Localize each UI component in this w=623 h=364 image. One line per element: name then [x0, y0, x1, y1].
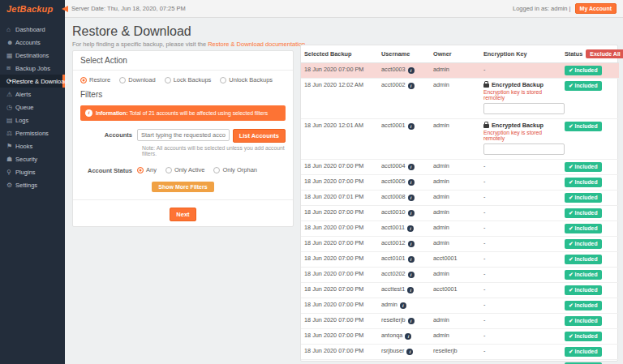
sidebar-item-logs[interactable]: ▤Logs — [0, 113, 65, 126]
cell-username: acct0008i — [378, 191, 430, 206]
cell-owner: admin — [430, 237, 480, 252]
included-badge[interactable]: ✔ Included — [565, 193, 602, 203]
cell-owner: admin — [430, 191, 480, 206]
info-icon[interactable]: i — [407, 225, 414, 232]
table-row: 18 Jun 2020 07:00 PMacct0202iadmin-✔ Inc… — [301, 268, 619, 283]
encryption-key-input[interactable] — [483, 143, 565, 155]
sidebar-item-destinations[interactable]: ▦Destinations — [0, 49, 65, 62]
cell-encryption-key: - — [480, 360, 561, 364]
cell-status: ✔ Included — [561, 79, 619, 119]
info-icon[interactable]: i — [408, 67, 415, 74]
table-row: 18 Jun 2020 07:00 PMacct0003iadmin-✔ Inc… — [301, 63, 619, 79]
included-badge[interactable]: ✔ Included — [565, 301, 602, 310]
exclude-all-button[interactable]: Exclude All — [586, 49, 623, 58]
list-accounts-button[interactable]: List Accounts — [233, 129, 286, 143]
cell-username: spoohar2i — [378, 360, 430, 364]
included-badge[interactable]: ✔ Included — [565, 208, 602, 218]
sidebar-item-settings[interactable]: ⚙Settings — [0, 178, 65, 191]
show-more-filters-button[interactable]: Show More Filters — [152, 182, 213, 192]
lock-icon — [483, 124, 489, 128]
status-radio-only-orphan[interactable]: Only Orphan — [213, 166, 257, 173]
info-icon[interactable]: i — [405, 333, 411, 340]
plugins-icon: ⚲ — [6, 169, 15, 176]
sidebar-item-backup-jobs[interactable]: ⧈Backup Jobs — [0, 62, 65, 75]
my-account-button[interactable]: My Account — [575, 3, 617, 14]
table-row: 18 Jun 2020 07:00 PMacct0010iadmin-✔ Inc… — [301, 206, 619, 221]
cell-selected-backup: 18 Jun 2020 07:00 PM — [301, 268, 378, 283]
included-badge[interactable]: ✔ Included — [565, 270, 602, 280]
included-badge[interactable]: ✔ Included — [565, 162, 602, 172]
included-badge[interactable]: ✔ Included — [565, 285, 602, 295]
sidebar-item-hooks[interactable]: ⚑Hooks — [0, 139, 65, 152]
subtitle-text: For help finding a specific backup, plea… — [72, 41, 208, 48]
included-badge[interactable]: ✔ Included — [565, 122, 602, 131]
cell-selected-backup: 18 Jun 2020 07:00 PM — [301, 206, 378, 221]
info-icon[interactable]: i — [408, 195, 415, 201]
info-icon[interactable]: i — [408, 164, 415, 170]
encrypted-backup-label: Encrypted Backup — [483, 81, 558, 88]
sidebar-item-permissions[interactable]: ⚖Permissions — [0, 126, 65, 139]
table-row: 18 Jun 2020 07:00 PMacct0101iacct0001-✔ … — [301, 252, 619, 268]
info-icon[interactable]: i — [408, 123, 415, 130]
sidebar-item-label: Backup Jobs — [15, 65, 50, 72]
cell-status: ✔ Included — [561, 268, 619, 283]
action-radio-restore[interactable]: Restore — [80, 76, 110, 84]
action-radio-unlock-backups[interactable]: Unlock Backups — [220, 76, 273, 84]
included-badge[interactable]: ✔ Included — [565, 332, 602, 341]
status-radio-any[interactable]: Any — [137, 166, 157, 173]
radio-label: Download — [128, 76, 155, 84]
cell-username: acct0012i — [378, 237, 430, 252]
sidebar-item-plugins[interactable]: ⚲Plugins — [0, 165, 65, 178]
included-badge[interactable]: ✔ Included — [565, 224, 602, 233]
included-badge[interactable]: ✔ Included — [565, 81, 602, 91]
sidebar-item-accounts[interactable]: ☻Accounts — [0, 36, 65, 49]
sidebar-item-label: Hooks — [15, 143, 32, 150]
sidebar-item-queue[interactable]: ◷Queue — [0, 101, 65, 113]
info-icon[interactable]: i — [400, 302, 406, 309]
cell-username: admini — [378, 298, 430, 314]
info-icon[interactable]: i — [408, 318, 415, 324]
sidebar-item-alerts[interactable]: ⚠Alerts — [0, 88, 65, 101]
status-radio-only-active[interactable]: Only Active — [165, 166, 205, 173]
next-button[interactable]: Next — [170, 208, 195, 221]
sidebar-item-security[interactable]: ☗Security — [0, 152, 65, 165]
accounts-input[interactable] — [137, 129, 230, 141]
info-icon[interactable]: i — [407, 287, 414, 293]
info-icon[interactable]: i — [408, 179, 415, 186]
sidebar-item-restore-download[interactable]: ⟳Restore & Download — [0, 75, 65, 88]
included-badge[interactable]: ✔ Included — [565, 347, 602, 357]
cell-owner: admin — [430, 329, 480, 345]
action-radio-lock-backups[interactable]: Lock Backups — [165, 76, 212, 84]
included-badge[interactable]: ✔ Included — [565, 178, 602, 187]
radio-label: Any — [146, 166, 157, 173]
encrypted-backup-text: Encrypted Backup — [492, 81, 544, 88]
info-icon[interactable]: i — [408, 83, 415, 89]
select-action-panel: Select Action RestoreDownloadLock Backup… — [72, 50, 294, 227]
info-icon[interactable]: i — [406, 349, 413, 355]
included-badge[interactable]: ✔ Included — [565, 255, 602, 264]
permissions-icon: ⚖ — [6, 130, 15, 137]
info-icon[interactable]: i — [408, 241, 415, 247]
table-row: 18 Jun 2020 12:01 AMacct0001iadminEncryp… — [301, 119, 619, 160]
hooks-icon: ⚑ — [6, 143, 15, 150]
table-header-row: Selected Backup Username Owner Encryptio… — [301, 45, 619, 63]
table-row: 18 Jun 2020 07:00 PMspoohar2iadmin-✔ Inc… — [301, 360, 619, 364]
accounts-label: Accounts — [80, 129, 137, 139]
cell-owner: acct0001 — [430, 283, 480, 298]
cell-selected-backup: 18 Jun 2020 07:00 PM — [301, 283, 378, 298]
info-icon[interactable]: i — [408, 272, 415, 278]
encryption-key-input[interactable] — [483, 103, 565, 114]
cell-selected-backup: 18 Jun 2020 07:00 PM — [301, 221, 378, 237]
radio-label: Only Active — [174, 166, 205, 173]
cell-status: ✔ Included — [561, 160, 619, 175]
sidebar-item-dashboard[interactable]: ⌂Dashboard — [0, 23, 65, 36]
info-icon[interactable]: i — [408, 210, 415, 216]
documentation-link[interactable]: Restore & Download documentation. — [208, 41, 307, 48]
backup-table-body: 18 Jun 2020 07:00 PMacct0003iadmin-✔ Inc… — [301, 63, 619, 364]
action-radio-download[interactable]: Download — [119, 76, 155, 84]
logo-text: JetBackup — [6, 4, 53, 14]
included-badge[interactable]: ✔ Included — [565, 239, 602, 249]
info-icon[interactable]: i — [408, 256, 415, 263]
included-badge[interactable]: ✔ Included — [565, 66, 602, 75]
included-badge[interactable]: ✔ Included — [565, 316, 602, 326]
